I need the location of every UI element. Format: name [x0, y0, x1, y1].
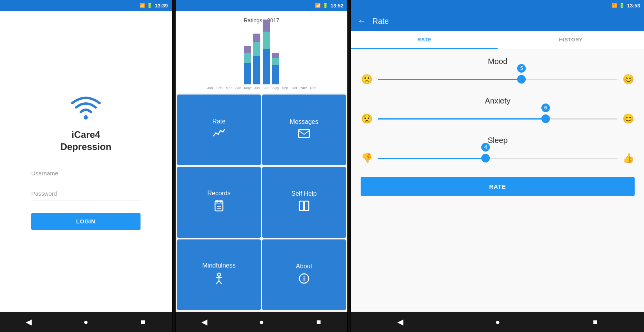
- mood-value: 5: [517, 64, 526, 73]
- bar-teal-aug: [272, 58, 279, 65]
- menu-item-label-about: About: [296, 263, 312, 270]
- svg-rect-6: [299, 201, 304, 211]
- bar-col-oct: Oct: [291, 84, 298, 90]
- tab-history[interactable]: HISTORY: [498, 31, 644, 49]
- rate-submit-button[interactable]: RATE: [361, 177, 635, 196]
- mood-section: Mood 🙁 5 😊: [361, 57, 635, 87]
- login-button[interactable]: LOGIN: [31, 213, 141, 230]
- mood-thumb[interactable]: 5: [517, 75, 526, 84]
- password-input[interactable]: [31, 187, 141, 200]
- rate-tabs: RATE HISTORY: [351, 31, 644, 49]
- username-input[interactable]: [31, 167, 141, 180]
- signal-icon: 📶: [139, 3, 145, 8]
- bar-purple-jul: [263, 20, 270, 32]
- sleep-slider[interactable]: 4: [378, 150, 617, 166]
- svg-point-8: [217, 273, 221, 276]
- status-bar-rate: 📶 🔋 13:53: [351, 0, 644, 11]
- bar-blue-jul: [263, 49, 270, 84]
- menu-grid: RateMessagesRecordsSelf HelpMindfulnessA…: [176, 93, 347, 312]
- app-logo: [68, 93, 103, 124]
- square-button-rate[interactable]: ■: [587, 314, 603, 330]
- status-time-dashboard: 13:52: [331, 3, 343, 9]
- svg-line-11: [216, 281, 219, 284]
- menu-item-label-messages: Messages: [290, 118, 318, 125]
- bar-col-jun: Jun: [253, 34, 260, 90]
- bar-purple-jun: [253, 34, 260, 43]
- anxiety-value: 6: [541, 104, 550, 112]
- bottom-nav-dashboard: ◀ ● ■: [176, 312, 347, 332]
- dashboard-body: Ratings - 2017 JanFebMarAprMayJunJulAugS…: [176, 11, 347, 312]
- back-button-login[interactable]: ◀: [21, 314, 36, 330]
- bar-teal-jul: [263, 32, 270, 49]
- menu-item-icon-mindfulness: [213, 272, 224, 287]
- sleep-value: 4: [481, 143, 490, 152]
- bar-col-mar: Mar: [225, 84, 232, 90]
- sad-face-icon: 🙁: [361, 74, 373, 85]
- menu-item-icon-rate: [213, 128, 225, 142]
- menu-item-about[interactable]: About: [262, 239, 346, 310]
- bar-blue-aug: [272, 65, 279, 85]
- svg-rect-7: [304, 201, 309, 211]
- svg-rect-1: [299, 130, 310, 137]
- menu-item-self-help[interactable]: Self Help: [262, 167, 346, 237]
- anxiety-slider-row: 😟 6 😊: [361, 111, 635, 127]
- bar-col-apr: Apr: [235, 84, 242, 90]
- anxiety-section: Anxiety 😟 6 😊: [361, 96, 635, 127]
- svg-point-0: [84, 116, 88, 120]
- home-button-rate[interactable]: ●: [490, 314, 505, 330]
- anxiety-slider[interactable]: 6: [378, 111, 617, 127]
- rate-body: Mood 🙁 5 😊 Anxiety 😟: [351, 49, 644, 312]
- bar-label-mar: Mar: [226, 86, 232, 90]
- bar-col-nov: Nov: [300, 84, 307, 90]
- status-icons-3: 📶 🔋: [612, 3, 625, 8]
- status-icons-2: 📶 🔋: [315, 3, 328, 8]
- home-button-login[interactable]: ●: [78, 314, 94, 330]
- signal-icon-2: 📶: [315, 3, 321, 8]
- thumbdown-icon: 👎: [361, 153, 373, 164]
- dashboard-panel: 📶 🔋 13:52 Ratings - 2017 JanFebMarAprMay…: [176, 0, 347, 332]
- mood-slider-row: 🙁 5 😊: [361, 71, 635, 87]
- menu-item-label-rate: Rate: [212, 118, 226, 125]
- back-button-dashboard[interactable]: ◀: [196, 314, 212, 330]
- mood-track: 5: [378, 79, 617, 80]
- bar-label-aug: Aug: [272, 86, 279, 90]
- menu-item-messages[interactable]: Messages: [262, 95, 346, 165]
- rate-title: Rate: [372, 17, 389, 26]
- sleep-section: Sleep 👎 4 👍: [361, 136, 635, 166]
- menu-item-icon-messages: [298, 129, 310, 141]
- bar-blue-may: [244, 63, 251, 84]
- status-bar-dashboard: 📶 🔋 13:52: [176, 0, 347, 11]
- back-button-rate[interactable]: ◀: [392, 314, 408, 330]
- bar-stack-jul: [263, 20, 270, 85]
- bar-chart: JanFebMarAprMayJunJulAugSepOctNovDec: [182, 27, 341, 90]
- square-button-dashboard[interactable]: ■: [311, 314, 327, 330]
- menu-item-records[interactable]: Records: [177, 167, 261, 237]
- bar-label-jan: Jan: [207, 86, 213, 90]
- bar-label-oct: Oct: [292, 86, 297, 90]
- login-body: iCare4 Depression LOGIN: [0, 11, 172, 312]
- menu-item-label-self help: Self Help: [292, 190, 317, 197]
- menu-item-label-mindfulness: Mindfulness: [202, 262, 235, 269]
- status-bar-login: 📶 🔋 13:39: [0, 0, 172, 11]
- battery-icon: 🔋: [147, 3, 153, 8]
- menu-item-mindfulness[interactable]: Mindfulness: [177, 239, 261, 310]
- happy-face-icon: 😊: [622, 74, 635, 85]
- bar-label-apr: Apr: [235, 86, 241, 90]
- sleep-slider-row: 👎 4 👍: [361, 150, 635, 166]
- menu-item-label-records: Records: [207, 190, 231, 197]
- bar-label-jun: Jun: [254, 86, 260, 90]
- tab-rate[interactable]: RATE: [351, 31, 498, 49]
- anxiety-thumb[interactable]: 6: [541, 114, 550, 123]
- home-button-dashboard[interactable]: ●: [254, 314, 269, 330]
- sleep-thumb[interactable]: 4: [481, 154, 490, 162]
- sleep-track: 4: [378, 158, 617, 159]
- square-button-login[interactable]: ■: [135, 314, 151, 330]
- rate-panel: 📶 🔋 13:53 ← Rate RATE HISTORY Mood 🙁 5: [351, 0, 644, 332]
- mood-slider[interactable]: 5: [378, 71, 617, 87]
- menu-item-rate[interactable]: Rate: [177, 95, 261, 165]
- svg-point-15: [304, 275, 305, 277]
- back-icon[interactable]: ←: [358, 16, 366, 26]
- bottom-nav-rate: ◀ ● ■: [351, 312, 644, 332]
- menu-item-icon-about: [299, 273, 310, 287]
- bar-teal-may: [244, 53, 251, 63]
